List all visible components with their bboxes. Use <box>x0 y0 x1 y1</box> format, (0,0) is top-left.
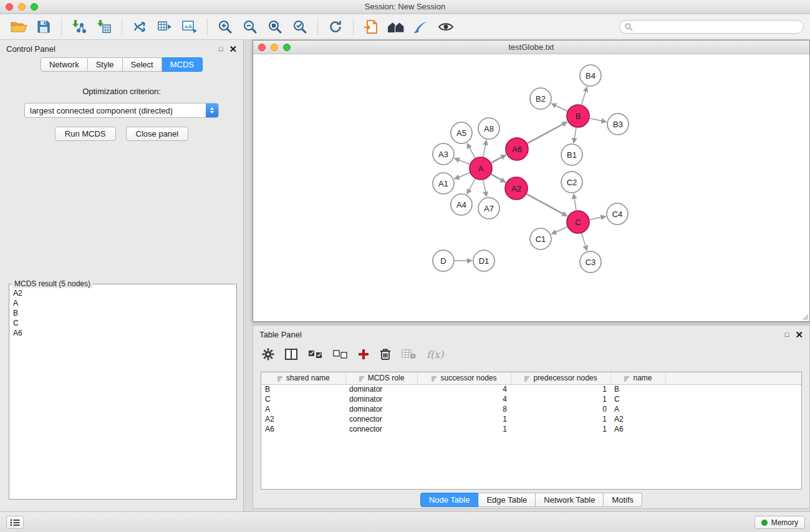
export-table-button[interactable] <box>155 17 175 37</box>
table-cell[interactable]: dominator <box>345 394 417 404</box>
zoom-selected-button[interactable] <box>290 17 310 37</box>
graph-edge-B-B1[interactable] <box>574 128 576 143</box>
float-panel-icon[interactable]: □ <box>219 46 223 52</box>
show-columns-button[interactable] <box>285 349 297 360</box>
graph-edge-B-B3[interactable] <box>590 118 607 122</box>
tab-mcds[interactable]: MCDS <box>162 57 203 72</box>
float-table-panel-icon[interactable]: □ <box>785 331 789 338</box>
network-minimize-button[interactable] <box>271 44 278 51</box>
close-table-panel-icon[interactable]: ✕ <box>795 331 803 339</box>
graph-node-D[interactable]: D <box>433 250 454 271</box>
graph-edge-A-A6[interactable] <box>491 155 506 163</box>
mcds-result-item[interactable]: B <box>13 308 233 318</box>
graph-node-A3[interactable]: A3 <box>433 143 454 165</box>
close-panel-button[interactable]: Close panel <box>126 127 189 141</box>
graph-edge-A2-C[interactable] <box>527 194 567 216</box>
eye-button[interactable] <box>436 17 456 37</box>
table-cell[interactable]: A <box>610 404 665 414</box>
document-export-button[interactable] <box>361 17 381 37</box>
mcds-result-item[interactable]: A6 <box>13 328 233 338</box>
tab-network[interactable]: Network <box>41 57 88 72</box>
network-zoom-button[interactable] <box>283 44 291 51</box>
zoom-window-button[interactable] <box>31 3 38 11</box>
table-cell[interactable]: B <box>261 384 345 394</box>
graph-node-A6[interactable]: A6 <box>506 138 528 160</box>
table-cell[interactable]: C <box>261 394 345 404</box>
search-input[interactable] <box>636 22 798 31</box>
table-cell[interactable]: C <box>610 394 665 404</box>
tab-motifs[interactable]: Motifs <box>604 493 642 507</box>
graph-node-B3[interactable]: B3 <box>607 114 629 135</box>
table-cell[interactable]: dominator <box>345 384 417 394</box>
graph-edge-C-C1[interactable] <box>551 227 567 234</box>
table-cell[interactable]: 1 <box>511 424 610 434</box>
graph-edge-A-A8[interactable] <box>483 140 486 157</box>
run-mcds-button[interactable]: Run MCDS <box>55 127 116 141</box>
table-row[interactable]: Cdominator41C <box>261 394 801 404</box>
import-table-button[interactable] <box>94 17 114 37</box>
table-settings-button[interactable] <box>262 348 274 360</box>
table-cell[interactable]: dominator <box>345 404 417 414</box>
table-cell[interactable]: 1 <box>511 394 610 404</box>
save-session-button[interactable] <box>34 17 54 37</box>
table-cell[interactable]: 0 <box>511 404 610 414</box>
table-cell[interactable]: connector <box>345 424 417 434</box>
graph-node-A8[interactable]: A8 <box>478 118 499 139</box>
close-window-button[interactable] <box>6 3 13 11</box>
export-network-button[interactable] <box>130 17 150 37</box>
table-cell[interactable]: 1 <box>417 424 511 434</box>
graph-node-C3[interactable]: C3 <box>580 251 601 273</box>
search-box[interactable] <box>619 20 804 34</box>
home-network-button[interactable] <box>386 17 406 37</box>
column-header-shared-name[interactable]: shared name <box>261 372 345 384</box>
graph-node-C4[interactable]: C4 <box>607 203 628 225</box>
graph-node-B[interactable]: B <box>567 105 589 127</box>
table-cell[interactable]: 1 <box>511 414 610 424</box>
graph-node-B4[interactable]: B4 <box>580 65 601 86</box>
graph-node-A1[interactable]: A1 <box>433 173 454 194</box>
table-cell[interactable]: 4 <box>417 384 511 394</box>
table-cell[interactable]: 4 <box>417 394 511 404</box>
graph-edge-C-C2[interactable] <box>574 194 576 210</box>
table-row[interactable]: Bdominator41B <box>261 384 801 394</box>
graph-node-A5[interactable]: A5 <box>451 122 472 143</box>
select-all-button[interactable] <box>308 350 322 359</box>
tab-style[interactable]: Style <box>88 57 123 72</box>
graph-edge-C-C3[interactable] <box>582 233 587 251</box>
graph-node-A4[interactable]: A4 <box>451 194 472 215</box>
graph-node-A7[interactable]: A7 <box>478 198 499 219</box>
mcds-result-item[interactable]: A <box>13 298 233 308</box>
table-cell[interactable]: A2 <box>610 414 665 424</box>
annotation-button[interactable] <box>411 17 431 37</box>
graph-edge-A-A3[interactable] <box>455 158 470 164</box>
table-cell[interactable]: 8 <box>417 404 511 414</box>
graph-node-B1[interactable]: B1 <box>561 144 582 165</box>
optimization-criterion-dropdown[interactable]: largest connected component (directed) <box>24 103 219 118</box>
graph-edge-A-A4[interactable] <box>467 179 475 194</box>
table-row[interactable]: Adominator80A <box>261 404 801 414</box>
graph-edge-A-A2[interactable] <box>491 174 506 182</box>
function-builder-button[interactable]: f(x) <box>427 349 443 360</box>
table-cell[interactable]: A2 <box>261 414 345 424</box>
import-network-button[interactable] <box>69 17 89 37</box>
resize-grip-icon[interactable] <box>801 313 809 321</box>
table-row[interactable]: A6connector11A6 <box>261 424 801 434</box>
close-panel-icon[interactable]: ✕ <box>229 45 237 53</box>
graph-node-C2[interactable]: C2 <box>561 172 582 193</box>
table-cell[interactable]: A6 <box>261 424 345 434</box>
table-row[interactable]: A2connector11A2 <box>261 414 801 424</box>
table-cell[interactable]: B <box>610 384 665 394</box>
zoom-fit-button[interactable] <box>265 17 285 37</box>
table-cell[interactable]: 1 <box>417 414 511 424</box>
graph-edge-A-A5[interactable] <box>467 143 475 158</box>
graph-node-D1[interactable]: D1 <box>473 250 494 271</box>
graph-node-C[interactable]: C <box>567 211 589 233</box>
graph-node-B2[interactable]: B2 <box>530 88 551 109</box>
graph-node-A[interactable]: A <box>470 157 492 180</box>
add-column-button[interactable] <box>358 349 369 360</box>
delete-table-button[interactable] <box>402 349 416 359</box>
table-cell[interactable]: A <box>261 404 345 414</box>
network-window-titlebar[interactable]: testGlobe.txt <box>253 41 809 54</box>
memory-button[interactable]: Memory <box>755 516 805 529</box>
table-cell[interactable]: 1 <box>511 384 610 394</box>
